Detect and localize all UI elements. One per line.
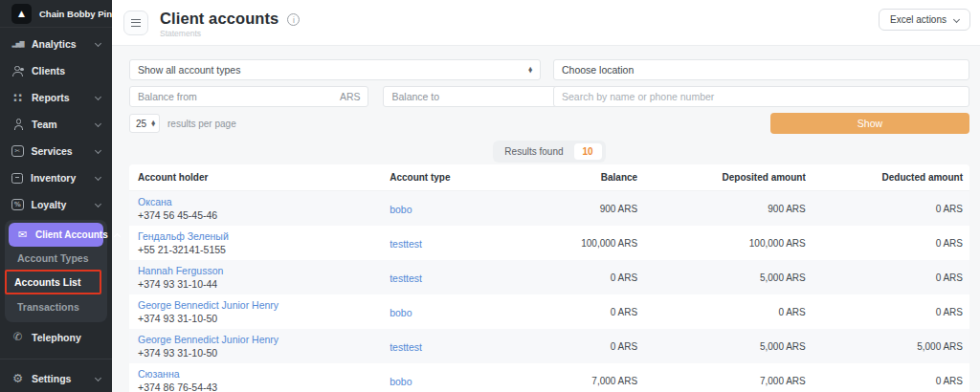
sidebar-item-label: Analytics	[32, 38, 77, 50]
excel-actions-button[interactable]: Excel actions	[879, 9, 970, 31]
sidebar-item-label: Inventory	[31, 172, 76, 184]
table-row: Гендальф Зеленый +55 21-32141-5155 testt…	[129, 226, 969, 260]
deducted-value: 0 ARS	[806, 376, 969, 386]
sidebar-item-reports[interactable]: Reports	[0, 84, 112, 111]
sidebar-item-telephony[interactable]: Telephony	[0, 324, 112, 351]
account-holder-link[interactable]: Hannah Fergusson	[138, 265, 390, 276]
content-area: Show all account types ▲▼ Balance from A…	[112, 46, 980, 392]
deposited-value: 900 ARS	[637, 204, 806, 214]
client-accounts-group: Client Accounts Account Types Accounts L…	[5, 220, 107, 322]
account-holder-phone: +374 86 76-54-43	[138, 381, 390, 392]
per-page-select[interactable]: 25 ▲▼	[129, 114, 160, 133]
chevron-down-icon	[953, 16, 960, 23]
sidebar-subitem-label: Transactions	[17, 301, 79, 313]
account-type-link[interactable]: bobo	[390, 307, 412, 318]
col-account-type: Account type	[390, 172, 520, 183]
table-body: Оксана +374 56 45-45-46 bobo 900 ARS 900…	[129, 191, 969, 392]
page-subtitle: Statements	[160, 29, 300, 38]
percent-icon	[11, 199, 24, 211]
envelope-icon	[16, 229, 29, 241]
results-count-badge: 10	[574, 143, 602, 160]
balance-filters: Balance from ARS Balance to ARS	[129, 86, 541, 107]
deducted-value: 0 ARS	[806, 238, 969, 249]
sidebar-item-label: Services	[32, 145, 73, 157]
balance-from-input[interactable]	[204, 91, 333, 102]
account-holder-phone: +374 56 45-45-46	[138, 209, 390, 221]
show-button[interactable]: Show	[770, 113, 969, 134]
deducted-value: 5,000 ARS	[806, 341, 969, 352]
account-type-link[interactable]: bobo	[390, 376, 412, 387]
account-holder-phone: +55 21-32141-5155	[138, 244, 390, 255]
account-holder-link[interactable]: Гендальф Зеленый	[138, 230, 390, 242]
balance-value: 7,000 ARS	[520, 376, 637, 386]
sidebar-item-services[interactable]: Services	[0, 138, 112, 164]
sidebar-item-analytics[interactable]: Analytics	[0, 31, 112, 57]
account-holder-link[interactable]: George Bennedict Junior Henry	[138, 334, 390, 345]
sidebar-subitems: Account Types Accounts List Transactions	[9, 247, 103, 317]
chevron-down-icon	[95, 120, 101, 126]
sidebar-subitem-accounts-list[interactable]: Accounts List	[5, 270, 101, 294]
sidebar-item-settings[interactable]: Settings	[0, 365, 112, 392]
account-holder-link[interactable]: George Bennedict Junior Henry	[138, 299, 390, 311]
chevron-down-icon	[95, 374, 101, 381]
search-input[interactable]	[562, 91, 961, 102]
account-type-select-value: Show all account types	[138, 64, 240, 76]
hamburger-icon	[131, 19, 141, 27]
app-name: Chain Bobby Pin	[39, 9, 112, 19]
info-icon[interactable]: i	[287, 13, 300, 26]
account-holder-link[interactable]: Оксана	[138, 196, 390, 207]
sidebar-item-clients[interactable]: Clients	[0, 57, 112, 84]
deposited-value: 0 ARS	[637, 307, 806, 317]
balance-value: 100,000 ARS	[520, 238, 637, 249]
sidebar-item-loyalty[interactable]: Loyalty	[0, 191, 112, 218]
grid-icon	[11, 92, 24, 104]
sidebar-subitem-transactions[interactable]: Transactions	[9, 295, 103, 317]
account-type-link[interactable]: testtest	[390, 341, 422, 353]
location-input[interactable]	[562, 64, 961, 76]
show-button-wrap: Show	[553, 113, 969, 134]
sidebar-item-label: Loyalty	[32, 199, 67, 210]
account-type-link[interactable]: testtest	[390, 238, 422, 250]
account-type-link[interactable]: bobo	[390, 204, 412, 215]
menu-button[interactable]	[123, 11, 148, 35]
updown-icon: ▲▼	[528, 67, 532, 74]
phone-icon	[11, 332, 24, 344]
account-holder-phone: +374 93 31-10-50	[138, 313, 390, 324]
col-account-holder: Account holder	[129, 172, 390, 183]
title-block: Client accounts i Statements	[160, 10, 300, 38]
account-type-link[interactable]: testtest	[390, 272, 422, 284]
results-found-pill: Results found 10	[493, 141, 605, 163]
sidebar-item-inventory[interactable]: Inventory	[0, 164, 112, 191]
person-icon	[11, 119, 24, 131]
sidebar-item-team[interactable]: Team	[0, 111, 112, 138]
account-type-select[interactable]: Show all account types ▲▼	[129, 59, 541, 80]
account-holder-link[interactable]: Сюзанна	[138, 368, 390, 380]
table-row: Сюзанна +374 86 76-54-43 bobo 7,000 ARS …	[129, 363, 969, 392]
chevron-down-icon	[95, 93, 101, 99]
col-deducted-amount: Deducted amount	[806, 172, 969, 183]
location-field	[553, 59, 969, 80]
sidebar-subitem-account-types[interactable]: Account Types	[9, 247, 103, 269]
results-bar: Results found 10	[129, 141, 969, 163]
table-row: George Bennedict Junior Henry +374 93 31…	[129, 329, 969, 363]
updown-icon: ▲▼	[151, 120, 155, 127]
col-balance: Balance	[520, 172, 637, 183]
deducted-value: 0 ARS	[806, 307, 969, 317]
sidebar-item-client-accounts[interactable]: Client Accounts	[9, 223, 103, 247]
per-page-label: results per page	[167, 119, 236, 129]
chevron-down-icon	[95, 146, 101, 153]
table-header: Account holder Account type Balance Depo…	[129, 164, 969, 191]
chevron-down-icon	[95, 200, 101, 207]
sidebar-subitem-label: Account Types	[17, 252, 88, 264]
table-row: George Bennedict Junior Henry +374 93 31…	[129, 294, 969, 329]
sidebar-item-label: Team	[32, 119, 57, 130]
sidebar-item-label: Settings	[32, 373, 71, 384]
deducted-value: 0 ARS	[806, 204, 969, 214]
app-logo[interactable]: ▲ Chain Bobby Pin	[0, 0, 112, 28]
balance-value: 0 ARS	[520, 307, 637, 317]
balance-value: 0 ARS	[520, 341, 637, 352]
deducted-value: 0 ARS	[806, 272, 969, 283]
account-holder-phone: +374 93 31-10-50	[138, 347, 390, 359]
col-deposited-amount: Deposited amount	[637, 172, 806, 183]
search-field	[553, 86, 969, 107]
